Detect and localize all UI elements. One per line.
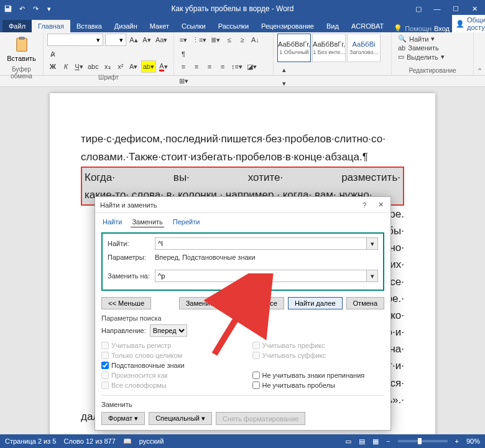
replace-input[interactable] — [155, 270, 367, 282]
collapse-ribbon-icon[interactable]: ⌃ — [474, 32, 485, 75]
paste-button[interactable]: Вставить — [4, 34, 39, 65]
check-sounds-like[interactable]: Произносится как — [101, 372, 234, 379]
style-nospacing[interactable]: АаБбВвГг,1 Без инте... — [312, 34, 346, 62]
group-label-clipboard: Буфер обмена — [4, 65, 39, 80]
find-next-button[interactable]: Найти далее — [288, 297, 343, 309]
check-wildcards[interactable]: Подстановочные знаки — [101, 362, 234, 369]
subscript-icon[interactable]: x₂ — [102, 60, 113, 73]
check-word-forms[interactable]: Все словоформы — [101, 382, 234, 389]
zoom-slider[interactable] — [398, 440, 448, 442]
tell-me-search[interactable]: 💡Помощн — [394, 24, 432, 32]
dlg-tab-find[interactable]: Найти — [101, 217, 123, 227]
cancel-button[interactable]: Отмена — [346, 297, 384, 309]
find-button[interactable]: 🔍Найти▾ — [398, 35, 467, 43]
show-marks-icon[interactable]: ¶ — [178, 48, 189, 60]
superscript-icon[interactable]: x² — [115, 60, 126, 73]
align-center-icon[interactable]: ≡ — [191, 60, 202, 73]
special-button[interactable]: Специальный ▾ — [149, 412, 212, 425]
minimize-icon[interactable]: — — [429, 1, 445, 17]
redo-icon[interactable]: ↷ — [30, 3, 41, 14]
replace-one-button[interactable]: Заменить — [179, 297, 223, 309]
format-button[interactable]: Формат ▾ — [101, 412, 145, 425]
dialog-close-icon[interactable]: ✕ — [376, 200, 386, 210]
zoom-level[interactable]: 90% — [466, 437, 480, 445]
bullets-icon[interactable]: ≡▾ — [178, 34, 189, 46]
status-proofing-icon[interactable]: 📖 — [123, 437, 132, 446]
line-spacing-icon[interactable]: ↕≡▾ — [230, 60, 244, 73]
qat-customize-icon[interactable]: ▾ — [44, 3, 55, 14]
tab-acrobat[interactable]: ACROBAT — [345, 20, 390, 32]
zoom-out-icon[interactable]: − — [386, 437, 390, 445]
check-whole-word[interactable]: Только слово целиком — [101, 352, 234, 359]
ribbon-display-icon[interactable]: ▢ — [410, 1, 427, 17]
dialog-help-icon[interactable]: ? — [359, 200, 369, 210]
sign-in-link[interactable]: Вход — [432, 25, 452, 32]
check-match-case[interactable]: Учитывать регистр — [101, 342, 234, 349]
view-web-icon[interactable]: ▦ — [372, 437, 379, 446]
font-name-combo[interactable]: ▾ — [47, 34, 103, 46]
status-bar: Страница 2 из 5 Слово 12 из 877 📖 русски… — [0, 434, 485, 448]
tab-references[interactable]: Ссылки — [175, 20, 212, 32]
replace-dropdown-icon[interactable]: ▾ — [367, 270, 378, 282]
change-case-icon[interactable]: Aa▾ — [154, 34, 169, 46]
undo-icon[interactable]: ↶ — [16, 3, 27, 14]
view-read-icon[interactable]: ▭ — [345, 437, 351, 446]
italic-icon[interactable]: К — [60, 60, 72, 73]
numbering-icon[interactable]: ⋮≡▾ — [191, 34, 208, 46]
check-ignore-punct[interactable]: Не учитывать знаки препинания — [252, 372, 385, 379]
style-normal[interactable]: АаБбВвГг,1 Обычный — [277, 34, 311, 62]
check-suffix[interactable]: Учитывать суффикс — [252, 352, 385, 359]
tab-insert[interactable]: Вставка — [70, 20, 108, 32]
tab-view[interactable]: Вид — [320, 20, 345, 32]
tab-home[interactable]: Главная — [32, 20, 70, 32]
less-button[interactable]: << Меньше — [101, 297, 151, 309]
select-button[interactable]: ▭Выделить▾ — [398, 53, 467, 61]
direction-select[interactable]: Вперед — [150, 324, 187, 337]
text-effects-icon[interactable]: A▾ — [128, 60, 139, 73]
bold-icon[interactable]: Ж — [47, 60, 58, 73]
view-print-icon[interactable]: ▤ — [359, 437, 365, 446]
check-ignore-space[interactable]: Не учитывать пробелы — [252, 382, 385, 389]
borders-icon[interactable]: ⊞▾ — [178, 75, 190, 87]
tab-mailings[interactable]: Рассылки — [212, 20, 255, 32]
save-icon[interactable] — [2, 3, 14, 14]
status-language[interactable]: русский — [139, 437, 164, 445]
decrease-indent-icon[interactable]: ≤ — [223, 34, 234, 46]
align-right-icon[interactable]: ≡ — [204, 60, 215, 73]
tab-review[interactable]: Рецензирование — [255, 20, 320, 32]
params-label: Параметры: — [108, 254, 151, 261]
underline-icon[interactable]: Ч▾ — [73, 60, 85, 73]
share-button[interactable]: 👤Общий доступ — [452, 15, 485, 32]
dlg-tab-goto[interactable]: Перейти — [172, 217, 201, 227]
strike-icon[interactable]: abc — [86, 60, 100, 73]
clear-format-icon[interactable]: A̷ — [47, 48, 58, 60]
find-dropdown-icon[interactable]: ▾ — [367, 237, 378, 250]
dlg-tab-replace[interactable]: Заменить — [131, 217, 164, 227]
font-size-combo[interactable]: ▾ — [105, 34, 126, 46]
shading-icon[interactable]: ◪▾ — [246, 60, 258, 73]
multilevel-icon[interactable]: ≣▾ — [210, 34, 221, 46]
styles-up-icon[interactable]: ▴ — [279, 63, 290, 76]
sort-icon[interactable]: A↓ — [249, 34, 261, 46]
check-prefix[interactable]: Учитывать префикс — [252, 342, 385, 349]
highlight-icon[interactable]: ab▾ — [141, 60, 156, 73]
replace-all-button[interactable]: Заменить все — [227, 297, 284, 309]
find-input[interactable] — [155, 237, 367, 250]
replace-button[interactable]: abЗаменить — [398, 44, 467, 52]
justify-icon[interactable]: ≡ — [217, 60, 228, 73]
tab-layout[interactable]: Макет — [144, 20, 175, 32]
grow-font-icon[interactable]: A▴ — [128, 34, 139, 46]
tab-file[interactable]: Файл — [2, 20, 32, 32]
style-heading1[interactable]: АаБбВіЗаголово... — [347, 34, 381, 62]
zoom-in-icon[interactable]: + — [455, 437, 459, 445]
tab-design[interactable]: Дизайн — [108, 20, 144, 32]
increase-indent-icon[interactable]: ≥ — [236, 34, 247, 46]
align-left-icon[interactable]: ≡ — [178, 60, 189, 73]
status-page[interactable]: Страница 2 из 5 — [5, 437, 56, 445]
no-format-button[interactable]: Снять форматирование — [216, 412, 305, 425]
status-words[interactable]: Слово 12 из 877 — [63, 437, 115, 445]
paragraph: тире·с·дефисом,·последний·пишется·без·пр… — [81, 130, 404, 147]
shrink-font-icon[interactable]: A▾ — [141, 34, 152, 46]
font-color-icon[interactable]: A▾ — [158, 60, 169, 73]
highlighted-fields: Найти: ▾ Параметры: Вперед, Подстановочн… — [101, 232, 384, 291]
